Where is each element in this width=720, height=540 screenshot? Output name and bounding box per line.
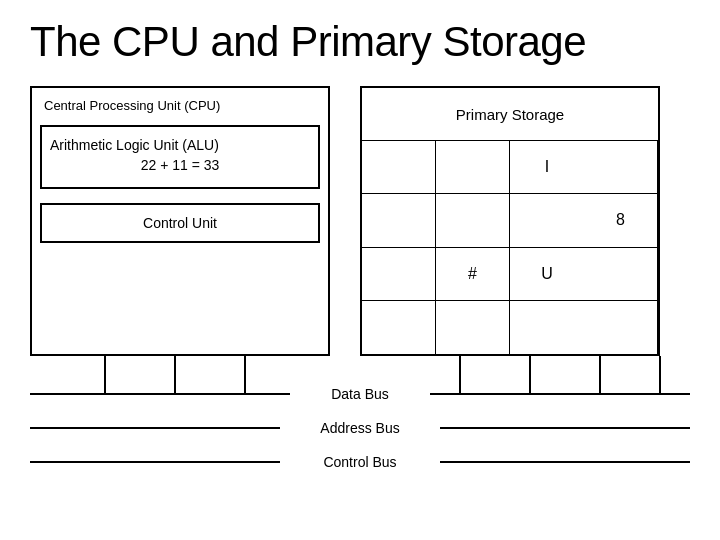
data-bus-label: Data Bus bbox=[331, 386, 389, 402]
storage-cell-r5c2 bbox=[436, 301, 510, 354]
control-bus-label: Control Bus bbox=[323, 454, 396, 470]
storage-cell-r5c1 bbox=[362, 301, 436, 354]
alu-box: Arithmetic Logic Unit (ALU) 22 + 11 = 33 bbox=[40, 125, 320, 189]
control-unit-box: Control Unit bbox=[40, 203, 320, 243]
control-unit-label: Control Unit bbox=[50, 215, 310, 231]
diagram-area: Central Processing Unit (CPU) Arithmetic… bbox=[0, 76, 720, 356]
cpu-label: Central Processing Unit (CPU) bbox=[40, 96, 320, 115]
storage-cell-r3c4: 8 bbox=[584, 194, 658, 247]
storage-cell-r5c4 bbox=[584, 301, 658, 354]
address-bus-label: Address Bus bbox=[320, 420, 399, 436]
page-title: The CPU and Primary Storage bbox=[0, 0, 720, 76]
storage-cell-r2c2 bbox=[436, 141, 510, 194]
primary-storage-box: Primary Storage I 8 # U bbox=[360, 86, 660, 356]
storage-cell-r2c3: I bbox=[510, 141, 584, 194]
storage-cell-r2c4 bbox=[584, 141, 658, 194]
storage-cell-r4c2: # bbox=[436, 248, 510, 301]
cpu-box: Central Processing Unit (CPU) Arithmetic… bbox=[30, 86, 330, 356]
storage-label: Primary Storage bbox=[362, 88, 658, 141]
alu-equation: 22 + 11 = 33 bbox=[50, 157, 310, 173]
storage-cell-r5c3 bbox=[510, 301, 584, 354]
storage-cell-r4c4 bbox=[584, 248, 658, 301]
storage-cell-r3c2 bbox=[436, 194, 510, 247]
alu-title: Arithmetic Logic Unit (ALU) bbox=[50, 137, 310, 153]
storage-cell-r4c1 bbox=[362, 248, 436, 301]
bus-diagram-svg: Data Bus Address Bus Control Bus bbox=[0, 356, 720, 486]
storage-cell-r3c3 bbox=[510, 194, 584, 247]
storage-cell-r4c3: U bbox=[510, 248, 584, 301]
storage-cell-r3c1 bbox=[362, 194, 436, 247]
storage-cell-r2c1 bbox=[362, 141, 436, 194]
